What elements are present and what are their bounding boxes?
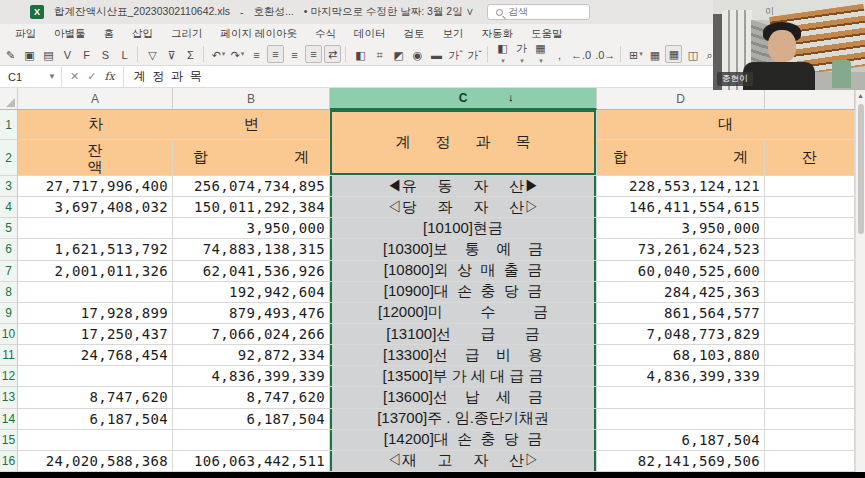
cell-d7[interactable]: 60,040,525,600	[597, 261, 765, 282]
row-header-16[interactable]: 16	[0, 451, 18, 472]
credit-header-cell[interactable]: 대	[597, 110, 855, 140]
cell-d13[interactable]	[597, 387, 765, 408]
cell-d3[interactable]: 228,553,124,121	[597, 176, 765, 197]
row-header-8[interactable]: 8	[0, 282, 18, 303]
cell-a9[interactable]: 17,928,899	[18, 303, 173, 324]
cell-a14[interactable]: 6,187,504	[18, 409, 173, 430]
cancel-icon[interactable]: ✕	[70, 70, 79, 83]
cell-a5[interactable]	[18, 218, 173, 239]
cell-name-box[interactable]: C1 ▼	[0, 66, 62, 87]
last-modified-label[interactable]: • 마지막으로 수정한 날짜: 3월 2일 ∨	[304, 5, 475, 19]
cell-d4[interactable]: 146,411,554,615	[597, 197, 765, 218]
camera-icon[interactable]: ⌗	[371, 45, 388, 63]
clear-filter-icon[interactable]: ⊽	[163, 45, 180, 63]
cell-c13[interactable]: [13600]선 납 세 금	[330, 387, 597, 408]
cell-b11[interactable]: 92,872,334	[173, 345, 330, 366]
cell-c6[interactable]: [10300]보 통 예 금	[330, 239, 597, 260]
ribbon-tab-1[interactable]: 아별툴	[45, 27, 95, 41]
cell-e12[interactable]	[765, 366, 855, 387]
cell-a13[interactable]: 8,747,620	[18, 387, 173, 408]
rectangle-shape-icon[interactable]: ▬	[428, 45, 445, 63]
cell-b7[interactable]: 62,041,536,926	[173, 261, 330, 282]
row-header-7[interactable]: 7	[0, 261, 18, 282]
filter-icon[interactable]: ▽	[144, 45, 161, 63]
cell-d6[interactable]: 73,261,624,523	[597, 239, 765, 260]
ribbon-tab-11[interactable]: 도움말	[522, 27, 572, 41]
vertical-scrollbar[interactable]: ▲	[855, 88, 865, 472]
cell-a7[interactable]: 2,001,011,326	[18, 261, 173, 282]
cell-e3[interactable]	[765, 176, 855, 197]
column-header-D[interactable]: D	[597, 88, 765, 110]
cell-d5[interactable]: 3,950,000	[597, 218, 765, 239]
cell-b10[interactable]: 7,066,024,266	[173, 324, 330, 345]
enter-icon[interactable]: ✓	[87, 70, 96, 83]
border-pen-icon[interactable]: ▦▾	[532, 45, 549, 63]
borders-icon-dropdown[interactable]: ▾	[639, 46, 643, 62]
column-header-A[interactable]: A	[18, 88, 173, 110]
cell-a15[interactable]	[18, 430, 173, 451]
cell-c16[interactable]: ◁재 고 자 산▷	[330, 451, 597, 472]
name-box-dropdown-icon[interactable]: ▼	[48, 72, 56, 81]
ribbon-tab-8[interactable]: 검토	[394, 27, 433, 41]
redo-icon[interactable]: ↷▾	[229, 45, 246, 63]
align-center-icon[interactable]: ≡	[267, 45, 284, 63]
cell-c4[interactable]: ◁당 좌 자 산▷	[330, 197, 597, 218]
borders-icon[interactable]: ⊞▾	[627, 45, 644, 63]
row-header-14[interactable]: 14	[0, 409, 18, 430]
paste-special-icon[interactable]: ▤	[40, 45, 57, 63]
fill-color-icon-dropdown[interactable]: ▾	[501, 55, 505, 66]
cell-e16[interactable]	[765, 451, 855, 472]
ribbon-tab-2[interactable]: 홈	[95, 27, 124, 41]
cell-d9[interactable]: 861,564,577	[597, 303, 765, 324]
cell-d11[interactable]: 68,103,880	[597, 345, 765, 366]
debit-header-cell[interactable]: 차변	[18, 110, 330, 140]
cell-c3[interactable]: ◀유 동 자 산▶	[330, 176, 597, 197]
cell-e4[interactable]	[765, 197, 855, 218]
merge-cells-icon[interactable]: ◫	[684, 45, 701, 63]
cell-a11[interactable]: 24,768,454	[18, 345, 173, 366]
grid-view-icon[interactable]: ▦	[665, 45, 682, 63]
ribbon-tab-0[interactable]: 파일	[6, 27, 45, 41]
cell-a6[interactable]: 1,621,513,792	[18, 239, 173, 260]
row-header-11[interactable]: 11	[0, 345, 18, 366]
font-color-icon-dropdown[interactable]: ▾	[520, 55, 524, 66]
f-macro-button[interactable]: F	[78, 45, 95, 63]
formula-input[interactable]: 계 정 과 목	[124, 68, 202, 85]
switch-text-icon[interactable]: ⇄	[324, 45, 341, 63]
cell-c12[interactable]: [13500]부 가 세 대 급 금	[330, 366, 597, 387]
cell-e11[interactable]	[765, 345, 855, 366]
format-painter-icon[interactable]: ✎	[2, 45, 19, 63]
cell-e15[interactable]	[765, 430, 855, 451]
account-title-cell[interactable]: 계 정 과 목	[330, 110, 597, 176]
cell-d14[interactable]	[597, 409, 765, 430]
cell-b16[interactable]: 106,063,442,511	[173, 451, 330, 472]
cell-e9[interactable]	[765, 303, 855, 324]
cell-e7[interactable]	[765, 261, 855, 282]
paste-icon[interactable]: ▣	[21, 45, 38, 63]
cell-e14[interactable]	[765, 409, 855, 430]
cell-b9[interactable]: 879,493,476	[173, 303, 330, 324]
debit-total-cell[interactable]: 합계	[173, 140, 330, 176]
decrease-decimal-icon[interactable]: .0→	[594, 45, 616, 63]
align-right-icon[interactable]: ≡	[286, 45, 303, 63]
cell-c10[interactable]: [13100]선 급 금	[330, 324, 597, 345]
autosum-icon[interactable]: Σ	[182, 45, 199, 63]
select-all-corner[interactable]	[0, 88, 18, 110]
cell-b14[interactable]: 6,187,504	[173, 409, 330, 430]
row-header-13[interactable]: 13	[0, 387, 18, 408]
row-header-15[interactable]: 15	[0, 430, 18, 451]
cell-d16[interactable]: 82,141,569,506	[597, 451, 765, 472]
justify-icon[interactable]: ≡	[305, 45, 322, 63]
ribbon-tab-3[interactable]: 삽입	[123, 27, 162, 41]
font-decrease-icon[interactable]: 가ˇ	[466, 45, 483, 63]
cell-a3[interactable]: 27,717,996,400	[18, 176, 173, 197]
ribbon-tab-10[interactable]: 자동화	[472, 27, 522, 41]
undo-icon[interactable]: ↶▾	[210, 45, 227, 63]
cell-d8[interactable]: 284,425,363	[597, 282, 765, 303]
l-macro-button[interactable]: L	[116, 45, 133, 63]
cell-a4[interactable]: 3,697,408,032	[18, 197, 173, 218]
redo-icon-dropdown[interactable]: ▾	[241, 46, 245, 62]
row-header-3[interactable]: 3	[0, 176, 18, 197]
ribbon-tab-9[interactable]: 보기	[433, 27, 472, 41]
cell-e5[interactable]	[765, 218, 855, 239]
